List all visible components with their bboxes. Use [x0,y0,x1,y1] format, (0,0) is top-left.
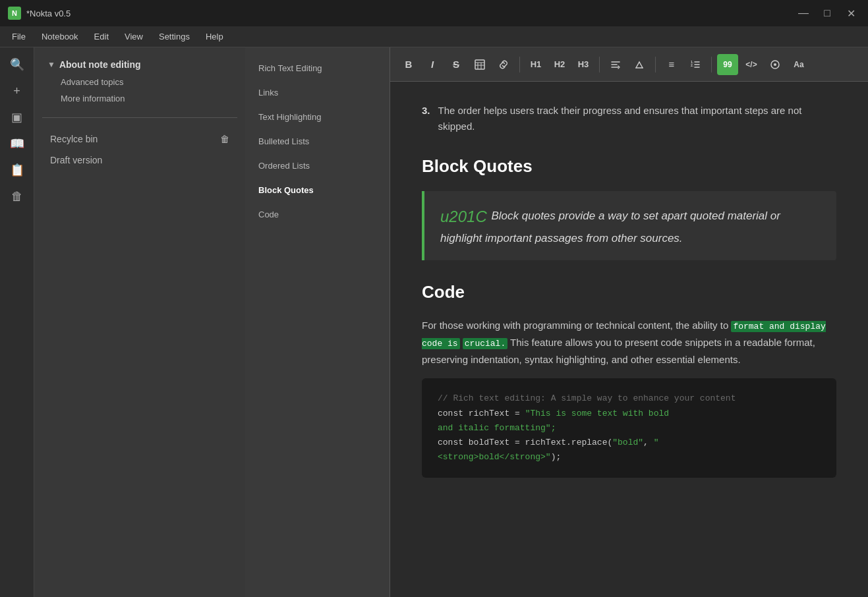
editor-area: B I S H1 H2 H3 [390,47,868,597]
strikethrough-button[interactable]: S [446,54,467,75]
svg-point-12 [774,63,776,66]
bold-button[interactable]: B [398,54,419,75]
block-quote-text: Block quotes provide a way to set apart … [440,204,821,248]
table-icon [475,59,485,70]
nav-rich-text[interactable]: Rich Text Editing [250,58,384,78]
align-button[interactable] [605,54,626,75]
code-line-comment: // Rich text editing: A simple way to en… [438,391,821,406]
numbered-item-3: 3. The order helps users track their pro… [422,103,836,134]
nav-ordered-lists[interactable]: Ordered Lists [250,156,384,176]
sidebar-tree-header[interactable]: ▼ About note editing [42,55,237,74]
code-block-button[interactable]: </> [741,54,762,75]
embed-icon [770,59,780,70]
layout-button[interactable]: ▣ [5,105,29,129]
code-line-2: const boldText = richText.replace("bold"… [438,436,821,450]
block-quotes-heading: Block Quotes [422,153,836,181]
item-number: 3. [422,103,430,134]
code-inline-button[interactable]: 99 [717,54,738,75]
align-icon [610,59,621,70]
clipboard-button[interactable]: 📋 [5,158,29,182]
window-controls: — □ ✕ [794,4,860,22]
h3-button[interactable]: H3 [573,54,594,75]
sidebar-child-advanced[interactable]: Advanced topics [42,74,237,90]
menu-edit[interactable]: Edit [88,29,115,44]
editor-content[interactable]: 3. The order helps users track their pro… [390,82,868,597]
sidebar: ▼ About note editing Advanced topics Mor… [34,47,245,597]
erase-icon [634,59,645,70]
nav-block-quotes[interactable]: Block Quotes [250,180,384,200]
toolbar-separator-4 [711,57,712,72]
code-intro-paragraph: For those working with programming or te… [422,317,836,368]
book-icon: 📖 [10,136,24,151]
toolbar-separator-3 [655,57,656,72]
code-intro-text: For those working with programming or te… [422,320,728,331]
title-bar: N *Nokta v0.5 — □ ✕ [0,0,868,26]
item-text: The order helps users track their progre… [438,103,836,134]
main-layout: 🔍 + ▣ 📖 📋 🗑 ▼ About note editing Advance… [0,47,868,597]
svg-rect-0 [475,60,484,69]
menu-notebook[interactable]: Notebook [35,29,85,44]
table-button[interactable] [469,54,490,75]
code-line-1: const richText = "This is some text with… [438,407,821,421]
minimize-button[interactable]: — [794,4,813,22]
icon-bar: 🔍 + ▣ 📖 📋 🗑 [0,47,34,597]
code-line-1b: and italic formatting"; [438,421,821,436]
code-heading: Code [422,279,836,306]
menu-view[interactable]: View [118,29,150,44]
trash-button[interactable]: 🗑 [5,185,29,208]
h2-button[interactable]: H2 [549,54,570,75]
ordered-list-icon: 1. 2. [690,59,701,70]
trash-icon: 🗑 [11,190,23,204]
nav-text-highlighting[interactable]: Text Highlighting [250,107,384,127]
embed-button[interactable] [765,54,786,75]
nav-links[interactable]: Links [250,82,384,103]
chevron-down-icon: ▼ [47,60,55,69]
link-icon [498,59,509,70]
clipboard-icon: 📋 [10,163,24,177]
maximize-button[interactable]: □ [818,4,836,22]
window-title: *Nokta v0.5 [26,9,71,18]
menu-file[interactable]: File [5,29,32,44]
draft-version-label: Draft version [50,155,102,165]
menu-settings[interactable]: Settings [152,29,196,44]
search-button[interactable]: 🔍 [5,53,29,76]
code-line-2b: <strong>bold</strong>"); [438,450,821,465]
sidebar-draft-version[interactable]: Draft version [40,151,240,169]
app-icon: N [8,7,21,20]
close-button[interactable]: ✕ [842,4,860,22]
h1-button[interactable]: H1 [525,54,546,75]
search-icon: 🔍 [10,57,24,72]
layout-icon: ▣ [11,110,22,125]
title-bar-left: N *Nokta v0.5 [8,7,71,20]
sidebar-header-label: About note editing [59,59,141,70]
recycle-bin-label: Recylce bin [50,134,98,144]
toolbar-separator-1 [519,57,520,72]
menu-bar: File Notebook Edit View Settings Help [0,26,868,47]
link-button[interactable] [493,54,514,75]
plus-icon: + [13,84,20,98]
svg-text:2.: 2. [691,63,694,67]
sidebar-tree-section: ▼ About note editing Advanced topics Mor… [34,55,245,107]
sidebar-divider [42,117,237,118]
block-quote: Block quotes provide a way to set apart … [422,191,836,261]
book-button[interactable]: 📖 [5,132,29,156]
erase-button[interactable] [629,54,650,75]
ordered-list-button[interactable]: 1. 2. [685,54,706,75]
code-block: // Rich text editing: A simple way to en… [422,378,836,477]
content-nav: Rich Text Editing Links Text Highlightin… [245,47,390,597]
trash-icon: 🗑 [220,134,229,144]
code-highlight-2: crucial. [463,338,507,349]
add-button[interactable]: + [5,79,29,103]
nav-code[interactable]: Code [250,204,384,225]
nav-bulleted-lists[interactable]: Bulleted Lists [250,131,384,152]
menu-help[interactable]: Help [199,29,230,44]
editor-toolbar: B I S H1 H2 H3 [390,47,868,82]
sidebar-recycle-bin[interactable]: Recylce bin 🗑 [40,130,240,148]
italic-button[interactable]: I [422,54,443,75]
toolbar-separator-2 [599,57,600,72]
font-button[interactable]: Aa [788,54,809,75]
sidebar-child-more[interactable]: More information [42,90,237,107]
bullet-list-button[interactable]: ≡ [661,54,682,75]
